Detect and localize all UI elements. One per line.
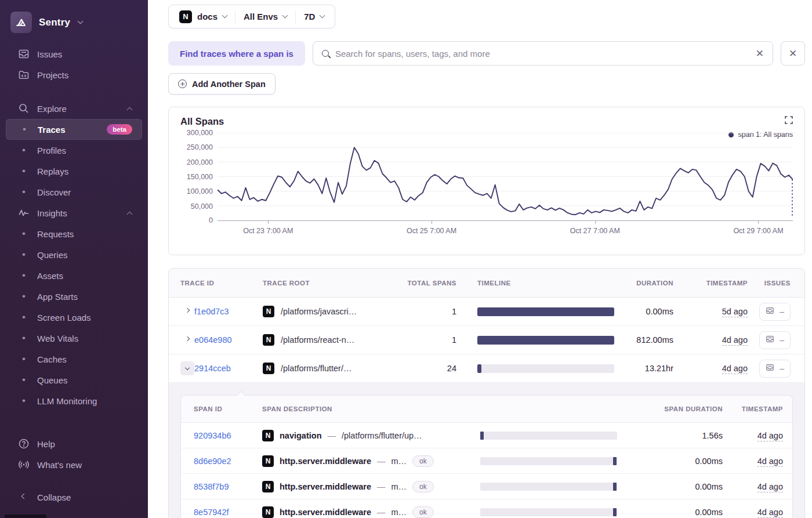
span-description-cell: Nhttp.server.middleware—m…ok bbox=[262, 506, 457, 518]
sidebar-item-label: Caches bbox=[37, 354, 133, 364]
span-search-bar[interactable]: Search for spans, users, tags, and more … bbox=[313, 41, 773, 66]
span-timestamp-cell: 4d ago bbox=[723, 508, 783, 517]
expand-trace-button[interactable] bbox=[180, 305, 194, 318]
date-range-selector-label: 7D bbox=[304, 12, 315, 21]
span-timestamp-value[interactable]: 4d ago bbox=[757, 508, 783, 518]
sidebar-item-what-s-new[interactable]: What's new bbox=[6, 454, 142, 475]
trace-root-label: /platforms/javascri… bbox=[281, 307, 357, 316]
sidebar-item-discover[interactable]: •Discover bbox=[6, 182, 142, 202]
chevron-icon bbox=[185, 336, 190, 341]
remove-span-filter-button[interactable]: ✕ bbox=[781, 41, 805, 66]
trace-row[interactable]: e064e980N/platforms/react-n…1812.00ms4d … bbox=[169, 326, 804, 354]
span-timeline-marker bbox=[613, 457, 617, 465]
trace-id-link[interactable]: f1e0d7c3 bbox=[194, 307, 263, 316]
span-row[interactable]: 8d6e90e2Nhttp.server.middleware—m…ok0.00… bbox=[181, 448, 792, 474]
sidebar-collapse-button[interactable]: Collapse bbox=[6, 487, 142, 508]
nextjs-platform-icon: N bbox=[262, 430, 274, 441]
project-selector[interactable]: N docs bbox=[171, 10, 235, 23]
trace-id-link[interactable]: 2914cceb bbox=[194, 364, 263, 373]
chart-plot-area[interactable] bbox=[217, 133, 793, 221]
span-timestamp-value[interactable]: 4d ago bbox=[757, 457, 783, 467]
sidebar-item-insights[interactable]: Insights bbox=[6, 202, 142, 223]
span-id-link[interactable]: 8d6e90e2 bbox=[194, 457, 262, 466]
trace-row[interactable]: 2914ccebN/platforms/flutter/…2413.21hr4d… bbox=[169, 354, 804, 383]
find-traces-chip[interactable]: Find traces where a span is bbox=[168, 41, 305, 66]
nextjs-platform-icon: N bbox=[262, 481, 274, 492]
date-range-selector[interactable]: 7D bbox=[296, 12, 332, 21]
sidebar-item-queries[interactable]: •Queries bbox=[6, 244, 142, 265]
issues-chip[interactable]: – bbox=[759, 303, 791, 321]
sidebar-item-web-vitals[interactable]: •Web Vitals bbox=[6, 328, 142, 349]
span-timeline-cell bbox=[457, 457, 618, 465]
span-timestamp-value[interactable]: 4d ago bbox=[757, 482, 783, 492]
duration-value: 812.00ms bbox=[613, 335, 673, 345]
sidebar-item-help[interactable]: Help bbox=[6, 433, 142, 454]
span-id-link[interactable]: 8538f7b9 bbox=[194, 482, 262, 491]
sidebar-item-traces[interactable]: •Tracesbeta bbox=[6, 119, 142, 140]
bullet-icon: • bbox=[18, 126, 31, 132]
help-icon bbox=[17, 438, 30, 450]
x-axis-labels: Oct 23 7:00 AMOct 25 7:00 AMOct 27 7:00 … bbox=[217, 221, 793, 241]
span-timestamp-cell: 4d ago bbox=[723, 431, 783, 440]
trace-row[interactable]: f1e0d7c3N/platforms/javascri…10.00ms5d a… bbox=[169, 298, 804, 326]
span-timestamp-cell: 4d ago bbox=[723, 482, 783, 491]
issues-chip[interactable]: – bbox=[759, 331, 791, 349]
nextjs-platform-icon: N bbox=[263, 306, 274, 317]
span-id-link[interactable]: 8e57942f bbox=[194, 508, 262, 517]
clear-search-icon[interactable]: ✕ bbox=[756, 48, 764, 60]
timeline-cell bbox=[456, 307, 613, 316]
timestamp-cell: 5d ago bbox=[673, 307, 748, 316]
search-icon bbox=[17, 103, 30, 114]
sidebar-item-assets[interactable]: •Assets bbox=[6, 265, 142, 286]
sidebar-item-projects[interactable]: Projects bbox=[6, 64, 142, 85]
bullet-icon: • bbox=[17, 356, 30, 362]
sidebar-item-queues[interactable]: •Queues bbox=[6, 370, 142, 390]
timestamp-cell: 4d ago bbox=[673, 364, 748, 373]
sidebar-item-label: Requests bbox=[37, 229, 133, 239]
sidebar-item-screen-loads[interactable]: •Screen Loads bbox=[6, 307, 142, 328]
column-header-trace-root: TRACE ROOT bbox=[263, 280, 404, 287]
sidebar-item-explore[interactable]: Explore bbox=[6, 98, 142, 119]
span-timestamp-value[interactable]: 4d ago bbox=[757, 431, 783, 441]
chevron-down-icon bbox=[320, 13, 325, 19]
bullet-icon: • bbox=[17, 189, 30, 195]
environment-selector[interactable]: All Envs bbox=[235, 12, 295, 21]
timestamp-value[interactable]: 4d ago bbox=[722, 364, 748, 374]
span-row[interactable]: 8e57942fNhttp.server.middleware—m…ok0.00… bbox=[181, 499, 792, 518]
org-switcher[interactable]: Sentry bbox=[0, 8, 148, 44]
sidebar-item-profiles[interactable]: •Profiles bbox=[6, 140, 142, 161]
column-header-span-description: SPAN DESCRIPTION bbox=[262, 405, 457, 412]
sidebar-item-issues[interactable]: Issues bbox=[6, 44, 142, 64]
issues-chip[interactable]: – bbox=[759, 360, 791, 378]
trace-id-link[interactable]: e064e980 bbox=[194, 335, 263, 345]
sidebar-item-replays[interactable]: •Replays bbox=[6, 161, 142, 182]
sidebar-item-llm-monitoring[interactable]: •LLM Monitoring bbox=[6, 390, 142, 411]
timestamp-value[interactable]: 5d ago bbox=[722, 307, 748, 317]
span-op-label: http.server.middleware bbox=[280, 508, 371, 517]
expand-trace-button[interactable] bbox=[180, 333, 194, 347]
span-timeline-cell bbox=[457, 432, 618, 440]
span-description-label: m… bbox=[391, 457, 407, 466]
span-table-header: SPAN IDSPAN DESCRIPTIONSPAN DURATIONTIME… bbox=[181, 396, 792, 423]
add-another-span-button[interactable]: Add Another Span bbox=[168, 73, 276, 95]
span-row[interactable]: 8538f7b9Nhttp.server.middleware—m…ok0.00… bbox=[181, 474, 792, 499]
column-header-total-spans: TOTAL SPANS bbox=[404, 280, 456, 287]
bullet-icon: • bbox=[17, 147, 30, 153]
chevron-up-icon bbox=[127, 107, 133, 113]
sidebar-item-caches[interactable]: •Caches bbox=[6, 349, 142, 370]
span-row[interactable]: 920934b6Nnavigation—/platforms/flutter/u… bbox=[181, 423, 792, 448]
collapse-trace-button[interactable] bbox=[180, 361, 194, 375]
sidebar-item-label: Traces bbox=[38, 125, 100, 135]
y-tick-label: 250,000 bbox=[187, 143, 213, 151]
column-header-trace-id: TRACE ID bbox=[180, 280, 263, 287]
sidebar-item-requests[interactable]: •Requests bbox=[6, 223, 142, 244]
span-id-link[interactable]: 920934b6 bbox=[194, 431, 262, 440]
sidebar-item-label: What's new bbox=[37, 460, 133, 470]
span-status-badge: ok bbox=[412, 455, 434, 467]
timestamp-value[interactable]: 4d ago bbox=[722, 335, 748, 346]
timeline-bar bbox=[477, 364, 481, 373]
x-tick-label: Oct 25 7:00 AM bbox=[407, 227, 456, 235]
page-filter-bar: N docs All Envs 7D bbox=[168, 5, 335, 28]
fullscreen-icon[interactable] bbox=[785, 116, 793, 126]
sidebar-item-app-starts[interactable]: •App Starts bbox=[6, 286, 142, 307]
